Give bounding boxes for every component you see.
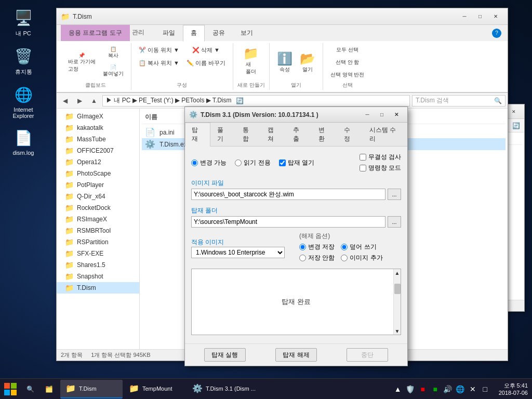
cancel-mount-button[interactable]: 탑재 해제 xyxy=(275,348,317,362)
sidebar-item-rsimagex[interactable]: 📁 RSImageX xyxy=(57,214,139,225)
close-button2[interactable]: ✕ xyxy=(508,107,520,116)
radio-save-changes[interactable]: 변경 저장 xyxy=(299,243,335,251)
back-button[interactable]: ◀ xyxy=(59,95,71,107)
sidebar-item-sfx-exe[interactable]: 📁 SFX-EXE xyxy=(57,248,139,259)
tdism-minimize-button[interactable]: ─ xyxy=(361,110,374,120)
sidebar-item-kakaotalk[interactable]: 📁 kakaotalk xyxy=(57,122,139,134)
action-center-icon[interactable]: □ xyxy=(480,384,490,394)
invert-select-button[interactable]: 선택 영역 반전 xyxy=(327,69,368,81)
desktop-icon-recycle-bin[interactable]: 🗑️ 휴지통 xyxy=(5,44,42,78)
radio-save-changes-input[interactable] xyxy=(299,244,306,250)
open-button[interactable]: 📂 열기 xyxy=(297,44,318,81)
scroll-down-arrow[interactable]: ▼ xyxy=(394,327,401,335)
tray-icon-red[interactable]: ■ xyxy=(418,384,428,394)
desktop-icon-ie[interactable]: 🌐 Internet Explorer xyxy=(5,82,42,121)
paste-button[interactable]: 📄 붙여넣기 xyxy=(100,62,127,79)
image-browse-button[interactable]: ... xyxy=(388,189,401,200)
new-folder-button[interactable]: 📁 새폴더 xyxy=(240,44,262,77)
tdism-tab-capture[interactable]: 캡쳐 xyxy=(261,123,286,146)
radio-discard-input[interactable] xyxy=(299,255,306,261)
taskbar-app-tdism[interactable]: 📁 T.Dism xyxy=(60,380,123,398)
minimize-button[interactable]: ─ xyxy=(457,11,472,22)
start-button[interactable] xyxy=(0,379,21,400)
tdism-tab-mount[interactable]: 탑재 xyxy=(185,123,210,147)
search-box[interactable]: T.Dism 검색 🔍 xyxy=(412,95,506,107)
radio-overwrite[interactable]: 덮어 쓰기 xyxy=(341,243,376,251)
copy-to-button[interactable]: 📋 복사 위치 ▼ xyxy=(136,57,182,69)
mount-browse-button[interactable]: ... xyxy=(388,216,401,228)
execute-button[interactable]: 탑재 실행 xyxy=(204,348,246,362)
tdism-tab-convert[interactable]: 변환 xyxy=(312,123,337,146)
sidebar-item-tdism[interactable]: 📁 T.Dism xyxy=(57,282,139,294)
tray-icon-green[interactable]: ■ xyxy=(430,384,441,394)
ribbon-help-button[interactable]: ? xyxy=(492,29,501,38)
desktop-icon-dismlog[interactable]: 📄 dism.log xyxy=(5,125,42,158)
address-path[interactable]: ▶ 내 PC ▶ PE_Test (Y:) ▶ PETools ▶ T.Dism… xyxy=(102,95,410,107)
refresh-button2[interactable]: 🔄 xyxy=(510,119,522,132)
checkbox-integrity[interactable]: 무결성 검사 xyxy=(360,153,401,162)
desktop-icon-my-pc[interactable]: 🖥️ 내 PC xyxy=(5,5,42,39)
radio-readonly-input[interactable] xyxy=(235,159,242,166)
rename-button[interactable]: ✏️ 이름 바꾸기 xyxy=(183,57,229,69)
sidebar-item-opera12[interactable]: 📁 Opera12 xyxy=(57,156,139,168)
radio-discard[interactable]: 저장 안함 xyxy=(299,254,335,262)
select-all-button[interactable]: 모두 선택 xyxy=(327,44,368,56)
radio-overwrite-input[interactable] xyxy=(341,244,348,250)
tdism-tab-export[interactable]: 추출 xyxy=(286,123,312,146)
select-none-button[interactable]: 선택 안 함 xyxy=(327,57,368,68)
scroll-up-arrow[interactable]: ▲ xyxy=(394,269,401,276)
sidebar-item-rspartition[interactable]: 📁 RSPartition xyxy=(57,236,139,248)
sidebar-item-snapshot[interactable]: 📁 Snapshot xyxy=(57,271,139,282)
tdism-tab-integrate[interactable]: 통합 xyxy=(236,123,261,146)
tdism-tab-repair[interactable]: 시스템 수리 xyxy=(363,123,407,146)
stop-button[interactable]: 중단 xyxy=(347,348,388,362)
apply-image-select[interactable]: 1.Windows 10 Enterprise xyxy=(191,247,285,258)
tab-file[interactable]: 파일 xyxy=(155,25,183,41)
close-button[interactable]: ✕ xyxy=(488,11,503,22)
radio-readonly[interactable]: 읽기 전용 xyxy=(235,158,270,167)
checkbox-integrity-input[interactable] xyxy=(360,154,366,161)
radio-changeable[interactable]: 변경 가능 xyxy=(191,158,227,167)
properties-button[interactable]: ℹ️ 속성 xyxy=(274,44,296,81)
checkbox-mount-open[interactable]: 탑재 열기 xyxy=(279,158,314,167)
checkbox-cmdmode[interactable]: 명령창 모드 xyxy=(360,164,401,172)
tab-share[interactable]: 공유 xyxy=(205,25,233,41)
taskbar-clock[interactable]: 오후 5:41 2018-07-06 xyxy=(495,382,532,396)
tab-app-tools[interactable]: 응용 프로그램 도구 xyxy=(61,25,130,41)
radio-add-image-input[interactable] xyxy=(341,255,348,261)
copy-button[interactable]: 📋 복사 xyxy=(100,44,127,61)
speaker-icon[interactable]: 🔊 xyxy=(443,384,453,394)
up-button[interactable]: ▲ xyxy=(88,95,100,107)
checkbox-mount-open-input[interactable] xyxy=(279,159,286,166)
sidebar-item-qdir[interactable]: 📁 Q-Dir_x64 xyxy=(57,191,139,202)
tdism-tab-edit[interactable]: 수정 xyxy=(337,123,363,146)
checkbox-cmdmode-input[interactable] xyxy=(360,165,366,171)
image-file-input[interactable] xyxy=(191,189,385,200)
delete-button[interactable]: ❌ 삭제 ▼ xyxy=(183,44,229,56)
network-status-icon[interactable]: 🌐 xyxy=(455,384,466,394)
move-button[interactable]: ✂️ 이동 위치 ▼ xyxy=(136,44,182,56)
sidebar-item-potplayer[interactable]: 📁 PotPlayer xyxy=(57,179,139,191)
tab-home[interactable]: 홈 xyxy=(183,25,205,42)
tdism-close-button[interactable]: ✕ xyxy=(390,110,403,120)
tab-view[interactable]: 보기 xyxy=(233,25,261,41)
radio-add-image[interactable]: 이미지 추가 xyxy=(341,254,382,262)
tdism-tab-extract[interactable]: 풀기 xyxy=(210,123,236,146)
result-scrollbar[interactable]: ▲ ▼ xyxy=(393,269,401,335)
tdism-maximize-button[interactable]: □ xyxy=(375,110,389,120)
sidebar-item-office2007[interactable]: 📁 OFFICE2007 xyxy=(57,145,139,156)
sidebar-item-shares[interactable]: 📁 Shares1.5 xyxy=(57,259,139,271)
sidebar-item-rocketdock[interactable]: 📁 RocketDock xyxy=(57,202,139,214)
sidebar-item-gimagex[interactable]: 📁 GImageX xyxy=(57,111,139,122)
sidebar-item-rsmbrtool[interactable]: 📁 RSMBRTool xyxy=(57,225,139,236)
taskbar-app-tempmount[interactable]: 📁 TempMount xyxy=(124,380,186,398)
sidebar-item-masstube[interactable]: 📁 MassTube xyxy=(57,134,139,145)
maximize-button[interactable]: □ xyxy=(472,11,488,22)
search-button[interactable]: 🔍 xyxy=(21,379,39,400)
forward-button[interactable]: ▶ xyxy=(73,95,86,107)
antivirus-icon[interactable]: 🛡️ xyxy=(405,384,416,394)
sidebar-item-photoscape[interactable]: 📁 PhotoScape xyxy=(57,168,139,179)
task-view-button[interactable]: 🗂️ xyxy=(39,379,58,400)
taskbar-app-tdism-dialog[interactable]: ⚙️ T.Dism 3.1 (Dism ... xyxy=(187,380,261,398)
mount-folder-input[interactable] xyxy=(191,216,385,228)
